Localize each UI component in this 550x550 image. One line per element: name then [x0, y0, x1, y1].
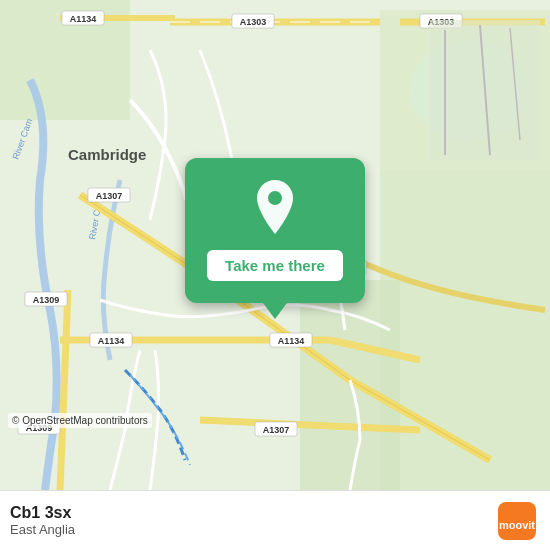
svg-text:A1303: A1303: [240, 17, 267, 27]
svg-text:A1307: A1307: [96, 191, 123, 201]
svg-text:A1307: A1307: [263, 425, 290, 435]
svg-rect-4: [300, 280, 400, 490]
svg-text:A1134: A1134: [70, 14, 97, 24]
location-popup: Take me there: [185, 158, 365, 303]
location-info: Cb1 3sx East Anglia: [10, 504, 75, 537]
take-me-there-button[interactable]: Take me there: [207, 250, 343, 281]
popup-card: Take me there: [185, 158, 365, 303]
svg-text:moovit: moovit: [499, 519, 535, 531]
location-name: Cb1 3sx: [10, 504, 75, 522]
region-name: East Anglia: [10, 522, 75, 537]
svg-point-30: [268, 191, 282, 205]
map-attribution: © OpenStreetMap contributors: [8, 413, 152, 428]
bottom-bar: Cb1 3sx East Anglia moovit: [0, 490, 550, 550]
moovit-icon: moovit: [498, 502, 536, 540]
map-view: River Cam River Cam: [0, 0, 550, 490]
svg-text:A1309: A1309: [33, 295, 60, 305]
svg-text:A1134: A1134: [98, 336, 125, 346]
svg-text:A1134: A1134: [278, 336, 305, 346]
svg-text:Cambridge: Cambridge: [68, 146, 146, 163]
location-pin-icon: [251, 180, 299, 238]
moovit-logo: moovit: [498, 502, 536, 540]
